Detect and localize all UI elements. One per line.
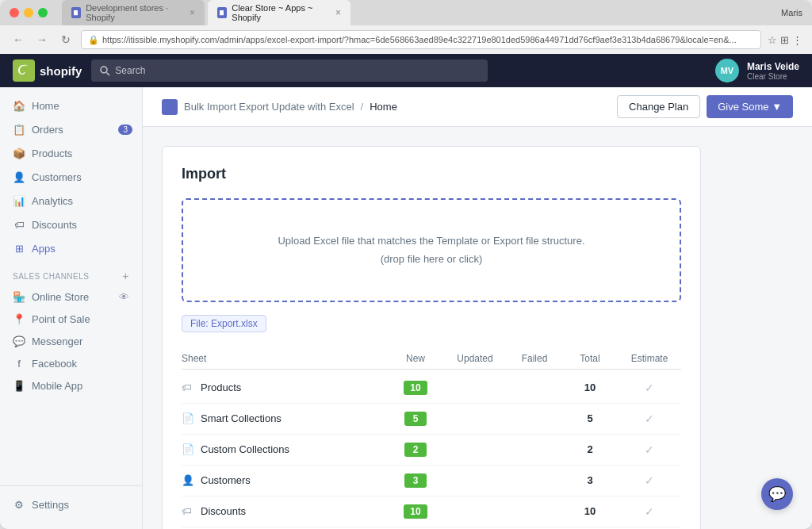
- forward-button[interactable]: →: [33, 31, 51, 48]
- products-icon: 📦: [13, 147, 25, 159]
- upload-text-line2: (drop file here or click): [202, 250, 661, 268]
- main-content: Bulk Import Export Update with Excel / H…: [143, 87, 812, 529]
- sidebar-label-analytics: Analytics: [32, 195, 73, 207]
- tag-icon: 🏷: [182, 381, 194, 394]
- store-icon: 🏪: [13, 290, 25, 303]
- breadcrumb-current: Home: [370, 101, 397, 113]
- refresh-button[interactable]: ↻: [57, 31, 75, 48]
- col-failed: Failed: [507, 353, 562, 364]
- sidebar-label-home: Home: [32, 100, 59, 112]
- sheet-label-customers: Customers: [201, 474, 251, 486]
- table-row-discounts: 🏷 Discounts 10 10 ✓: [182, 496, 681, 527]
- shopify-logo-icon: [13, 59, 35, 82]
- shopify-logo[interactable]: shopify: [13, 59, 82, 82]
- table-row-smart-collections: 📄 Smart Collections 5 5 ✓: [182, 404, 681, 435]
- sidebar-item-products[interactable]: 📦 Products: [0, 141, 142, 165]
- app-name: Bulk Import Export Update with Excel: [184, 101, 354, 113]
- upload-zone[interactable]: Upload Excel file that matches the Templ…: [182, 198, 681, 302]
- messenger-label: Messenger: [32, 335, 82, 347]
- shopify-logo-text: shopify: [40, 64, 82, 78]
- user-store: Clear Store: [747, 72, 799, 81]
- sidebar-item-mobile[interactable]: 📱 Mobile App: [0, 374, 142, 397]
- sidebar-item-apps[interactable]: ⊞ Apps: [0, 236, 142, 260]
- change-plan-button[interactable]: Change Plan: [617, 95, 700, 118]
- sidebar-label-discounts: Discounts: [32, 219, 77, 231]
- app-icon: [162, 99, 178, 115]
- app-container: 🏠 Home 📋 Orders 3 📦 Products 👤 Customers: [0, 87, 812, 529]
- smart-new: 5: [388, 412, 443, 426]
- search-placeholder: Search: [115, 65, 145, 76]
- sidebar-item-online-store[interactable]: 🏪 Online Store 👁: [0, 286, 142, 308]
- topnav-right: MV Maris Veide Clear Store: [715, 59, 799, 82]
- sidebar-item-customers[interactable]: 👤 Customers: [0, 165, 142, 189]
- upload-text-line1: Upload Excel file that matches the Templ…: [202, 232, 661, 250]
- tab-dev-stores-close[interactable]: ×: [190, 7, 195, 18]
- sheet-name-custom-collections: 📄 Custom Collections: [182, 443, 388, 456]
- user-avatar[interactable]: MV: [715, 59, 739, 82]
- discount-icon: 🏷: [182, 505, 194, 518]
- give-some-button[interactable]: Give Some ▼: [707, 95, 793, 118]
- custom-estimate: ✓: [618, 443, 681, 456]
- smart-estimate: ✓: [618, 412, 681, 425]
- sheet-name-smart-collections: 📄 Smart Collections: [182, 412, 388, 425]
- pos-label: Point of Sale: [32, 313, 90, 325]
- section-title: Import: [182, 166, 681, 182]
- eye-icon[interactable]: 👁: [119, 291, 129, 303]
- svg-point-0: [101, 67, 107, 73]
- sidebar-footer: ⚙ Settings: [0, 485, 142, 529]
- global-search[interactable]: Search: [91, 59, 488, 82]
- chat-bubble[interactable]: 💬: [761, 478, 793, 510]
- minimize-button[interactable]: [24, 8, 33, 17]
- address-bar[interactable]: 🔒 https://itissible.myshopify.com/admin/…: [81, 30, 761, 49]
- bookmark-icon[interactable]: ☆: [768, 34, 777, 46]
- sidebar-item-orders[interactable]: 📋 Orders 3: [0, 117, 142, 141]
- extensions-icon[interactable]: ⊞: [780, 34, 789, 46]
- products-new: 10: [388, 381, 443, 395]
- breadcrumb: Bulk Import Export Update with Excel / H…: [162, 99, 397, 115]
- products-total: 10: [562, 381, 618, 393]
- sidebar: 🏠 Home 📋 Orders 3 📦 Products 👤 Customers: [0, 87, 143, 529]
- user-info: Maris Veide Clear Store: [747, 61, 799, 81]
- discounts-new-badge: 10: [404, 504, 427, 519]
- sidebar-item-pos[interactable]: 📍 Point of Sale: [0, 308, 142, 330]
- header-actions: Change Plan Give Some ▼: [617, 95, 793, 118]
- sheet-label-discounts: Discounts: [201, 505, 246, 517]
- col-estimate: Estimate: [618, 353, 681, 364]
- close-button[interactable]: [10, 8, 19, 17]
- sales-channels-title: SALES CHANNELS: [13, 272, 89, 281]
- smart-new-badge: 5: [404, 412, 427, 426]
- browser-window-controls[interactable]: [10, 8, 48, 17]
- col-new: New: [388, 353, 443, 364]
- browser-titlebar: Development stores · Shopify × Clear Sto…: [0, 0, 812, 25]
- customers-estimate: ✓: [618, 474, 681, 487]
- customers-new-badge: 3: [404, 473, 427, 488]
- mobile-icon: 📱: [13, 379, 25, 392]
- sheet-name-customers: 👤 Customers: [182, 474, 388, 487]
- discounts-total: 10: [562, 505, 618, 517]
- add-channel-button[interactable]: +: [122, 270, 129, 282]
- sidebar-item-settings[interactable]: ⚙ Settings: [0, 493, 142, 516]
- sidebar-item-home[interactable]: 🏠 Home: [0, 94, 142, 117]
- sidebar-item-analytics[interactable]: 📊 Analytics: [0, 189, 142, 213]
- smart-total: 5: [562, 412, 618, 424]
- sidebar-item-messenger[interactable]: 💬 Messenger: [0, 330, 142, 352]
- customers-new: 3: [388, 473, 443, 488]
- tab-dev-stores[interactable]: Development stores · Shopify ×: [62, 0, 205, 25]
- import-table: Sheet New Updated Failed Total Estimate …: [182, 348, 681, 529]
- tab-clear-store[interactable]: Clear Store ~ Apps ~ Shopify ×: [208, 0, 350, 25]
- menu-icon[interactable]: ⋮: [792, 34, 802, 46]
- table-row-customers: 👤 Customers 3 3 ✓: [182, 466, 681, 496]
- table-row-custom-collections: 📄 Custom Collections 2 2 ✓: [182, 435, 681, 466]
- col-updated: Updated: [443, 353, 507, 364]
- tab-clear-store-close[interactable]: ×: [335, 7, 341, 18]
- maximize-button[interactable]: [38, 8, 48, 17]
- file-label: File: Export.xlsx: [190, 318, 258, 329]
- settings-label: Settings: [32, 499, 69, 511]
- sidebar-item-facebook[interactable]: f Facebook: [0, 352, 142, 374]
- back-button[interactable]: ←: [10, 31, 27, 48]
- file-badge: File: Export.xlsx: [182, 315, 266, 332]
- check-icon-discounts: ✓: [645, 505, 654, 518]
- browser-addressbar: ← → ↻ 🔒 https://itissible.myshopify.com/…: [0, 25, 812, 54]
- sidebar-item-discounts[interactable]: 🏷 Discounts: [0, 213, 142, 236]
- custom-total: 2: [562, 443, 618, 455]
